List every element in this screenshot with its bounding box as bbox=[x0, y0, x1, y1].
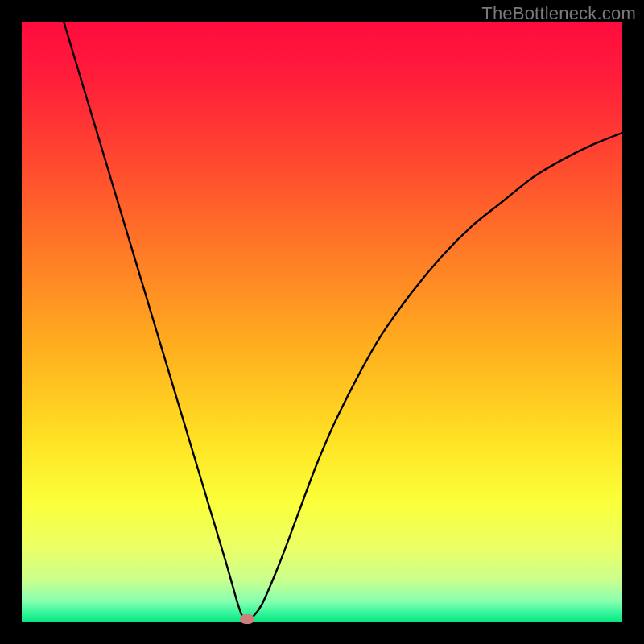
chart-frame: TheBottleneck.com bbox=[0, 0, 644, 644]
plot-area bbox=[22, 22, 622, 622]
bottleneck-curve bbox=[22, 22, 622, 622]
watermark-text: TheBottleneck.com bbox=[481, 3, 636, 24]
optimum-marker bbox=[240, 614, 254, 624]
